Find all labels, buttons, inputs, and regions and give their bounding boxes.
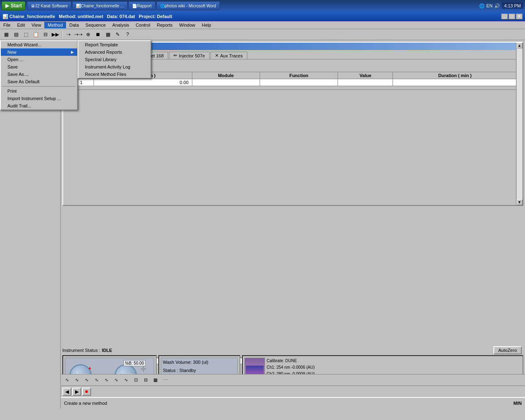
wave-btn-9[interactable]: ⊟ bbox=[141, 376, 150, 385]
nav-controls: ◀ ▶ ⏺ bbox=[61, 386, 525, 397]
title-text: Chaine_fonctionnelle Method: untitled.me… bbox=[9, 14, 501, 19]
title-bar: 📊 Chaine_fonctionnelle Method: untitled.… bbox=[0, 11, 525, 21]
menu-file[interactable]: File bbox=[0, 22, 14, 28]
tb-btn-8[interactable]: ⇢⇢ bbox=[74, 30, 83, 39]
table-row: 1 0.00 bbox=[69, 79, 517, 86]
aux-icon: ✕ bbox=[215, 53, 219, 58]
tb-btn-2[interactable]: ▤ bbox=[11, 30, 21, 39]
taskbar: ▶ Start 🖥 32 Karat Software 📊 Chaine_fon… bbox=[0, 0, 525, 11]
menu-item-save-as[interactable]: Save As.... bbox=[1, 71, 77, 78]
tb-sep-1 bbox=[62, 31, 62, 38]
nav-record-button[interactable]: ⏺ bbox=[82, 388, 91, 396]
cell-module bbox=[192, 79, 260, 86]
taskbar-btn-rapport[interactable]: 📄 Rapport bbox=[128, 1, 155, 10]
menu-item-audit[interactable]: Audit Trail... bbox=[1, 102, 77, 110]
tb-btn-10[interactable]: ⏹ bbox=[94, 30, 103, 39]
nav-play-button[interactable]: ▶ bbox=[72, 388, 81, 396]
menu-edit[interactable]: Edit bbox=[14, 22, 28, 28]
cell-function bbox=[260, 79, 338, 86]
menu-item-save[interactable]: Save bbox=[1, 63, 77, 71]
wave-btn-11[interactable]: ⋯ bbox=[161, 376, 170, 385]
tb-btn-5[interactable]: ⊟ bbox=[41, 30, 50, 39]
menu-item-print[interactable]: Print bbox=[1, 87, 77, 95]
photos-icon: 🌐 bbox=[160, 4, 165, 8]
menu-separator-1 bbox=[2, 86, 75, 87]
restore-button[interactable]: □ bbox=[509, 14, 515, 19]
menu-view[interactable]: View bbox=[28, 22, 45, 28]
cell-value bbox=[338, 79, 393, 86]
menu-data[interactable]: Data bbox=[66, 22, 82, 28]
submenu-item-report-template[interactable]: Report Template bbox=[78, 41, 151, 48]
menu-analysis[interactable]: Analysis bbox=[109, 22, 132, 28]
submenu-arrow-new: ▶ bbox=[71, 50, 74, 54]
app-status-bar: Create a new method MIN bbox=[61, 397, 525, 409]
wave-btn-2[interactable]: ∿ bbox=[72, 376, 81, 385]
tb-btn-4[interactable]: 📋 bbox=[31, 30, 40, 39]
window-controls: _ □ ✕ bbox=[501, 14, 523, 19]
main-content: ⊡ Instrument Setup ⏱ Time Program ⊡ Pump… bbox=[0, 40, 525, 409]
wave-btn-1[interactable]: ∿ bbox=[62, 376, 71, 385]
karat-icon: 🖥 bbox=[31, 4, 35, 8]
tb-btn-6[interactable]: ▶▶ bbox=[51, 30, 60, 39]
toolbar: ▦ ▤ ⬚ 📋 ⊟ ▶▶ ⇢ ⇢⇢ ⊕ ⏹ ▦ ✎ ? bbox=[0, 29, 525, 40]
autozero-button[interactable]: AutoZero bbox=[493, 346, 522, 354]
wave-btn-4[interactable]: ∿ bbox=[92, 376, 101, 385]
tb-btn-11[interactable]: ▦ bbox=[103, 30, 112, 39]
tb-btn-9[interactable]: ⊕ bbox=[84, 30, 93, 39]
wave-btn-10[interactable]: ▦ bbox=[151, 376, 160, 385]
menu-control[interactable]: Control bbox=[132, 22, 153, 28]
tb-btn-7[interactable]: ⇢ bbox=[64, 30, 73, 39]
scroll-track[interactable] bbox=[517, 48, 523, 199]
scroll-up[interactable]: ▲ bbox=[517, 43, 523, 48]
menu-item-method-wizard[interactable]: Method Wizard... bbox=[1, 41, 77, 48]
taskbar-btn-karat[interactable]: 🖥 32 Karat Software bbox=[27, 1, 71, 10]
center-panel: ⊡ Instrument Setup ⏱ Time Program ⊡ Pump… bbox=[61, 40, 525, 409]
menu-item-open[interactable]: Open ... bbox=[1, 56, 77, 63]
start-button[interactable]: ▶ Start bbox=[2, 1, 25, 10]
wave-btn-8[interactable]: ⊡ bbox=[131, 376, 140, 385]
menu-item-save-default[interactable]: Save As Default bbox=[1, 78, 77, 85]
menu-reports[interactable]: Reports bbox=[153, 22, 176, 28]
menu-window[interactable]: Window bbox=[176, 22, 199, 28]
tb-btn-3[interactable]: ⬚ bbox=[21, 30, 30, 39]
ch1-label: Ch1: 254 nm -0.0006 (AU) bbox=[267, 364, 315, 371]
wave-btn-6[interactable]: ∿ bbox=[112, 376, 121, 385]
submenu-item-instrument-activity-log[interactable]: Instrument Activity Log bbox=[78, 63, 151, 71]
tb-btn-1[interactable]: ▦ bbox=[2, 30, 11, 39]
status-bar-area: Instrument Status : IDLE AutoZero bbox=[61, 345, 525, 355]
rapport-icon: 📄 bbox=[132, 4, 137, 8]
lang-indicator: 🌐 bbox=[479, 3, 485, 9]
calibrate-label: Calibrate: DUNE bbox=[267, 358, 315, 364]
submenu-item-spectral-library[interactable]: Spectral Library bbox=[78, 56, 151, 63]
menu-item-new[interactable]: New ▶ bbox=[1, 48, 77, 56]
tab-injector[interactable]: ✏ Injector 507e bbox=[169, 52, 210, 59]
pump-b-arrows[interactable]: ✛ bbox=[140, 365, 146, 373]
submenu-item-advanced-reports[interactable]: Advanced Reports bbox=[78, 48, 151, 56]
tb-btn-help[interactable]: ? bbox=[123, 30, 132, 39]
pump-b-red-arrow: ▲ bbox=[88, 365, 92, 370]
cell-duration bbox=[393, 79, 517, 86]
app-icon: 📊 bbox=[2, 14, 8, 19]
scroll-down[interactable]: ▼ bbox=[517, 199, 523, 205]
taskbar-btn-photos[interactable]: 🌐 photos wiki - Microsoft Word bbox=[156, 1, 220, 10]
menu-sequence[interactable]: Sequence bbox=[82, 22, 109, 28]
injector-icon: ✏ bbox=[173, 53, 177, 58]
menu-help[interactable]: Help bbox=[199, 22, 215, 28]
tb-btn-12[interactable]: ✎ bbox=[113, 30, 122, 39]
taskbar-btn-chaine[interactable]: 📊 Chaine_fonctionnelle ... bbox=[72, 1, 128, 10]
menu-bar: File Edit View Method Data Sequence Anal… bbox=[0, 21, 525, 29]
nav-back-button[interactable]: ◀ bbox=[62, 388, 71, 396]
menu-method[interactable]: Method bbox=[44, 22, 66, 28]
wave-btn-7[interactable]: ∿ bbox=[121, 376, 130, 385]
close-button[interactable]: ✕ bbox=[516, 14, 523, 19]
status-right-text: MIN bbox=[510, 401, 525, 406]
wave-btn-5[interactable]: ∿ bbox=[102, 376, 111, 385]
tab-aux[interactable]: ✕ Aux Traces bbox=[210, 52, 247, 59]
wave-btn-3[interactable]: ∿ bbox=[82, 376, 91, 385]
minimize-button[interactable]: _ bbox=[501, 14, 508, 19]
submenu-item-recent-method-files[interactable]: Recent Method Files bbox=[78, 71, 151, 78]
instrument-status-label: Instrument Status : bbox=[62, 348, 100, 353]
menu-item-import[interactable]: Import Instrument Setup ... bbox=[1, 95, 77, 102]
method-dropdown-menu: Method Wizard... New ▶ Open ... Save Sav… bbox=[0, 40, 78, 110]
v-scrollbar[interactable]: ▲ ▼ bbox=[516, 43, 523, 205]
